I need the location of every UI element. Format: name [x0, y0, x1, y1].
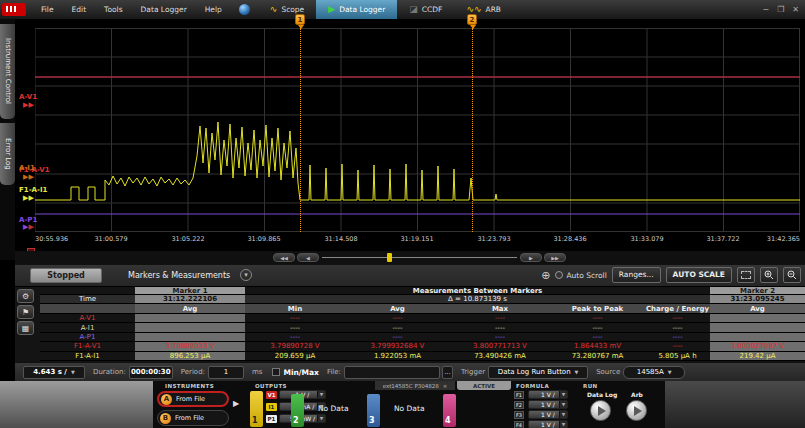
- a-p1-pointer-icon[interactable]: ▶▶: [23, 224, 34, 231]
- instrument-a-button[interactable]: A From File: [157, 391, 229, 407]
- cell-max: ----: [450, 323, 550, 331]
- formula-f2-dropdown[interactable]: 1 V /▼: [528, 400, 568, 409]
- cell-p2p: ----: [550, 333, 645, 341]
- browse-button[interactable]: ...: [442, 366, 453, 379]
- zoom-in-button[interactable]: [760, 267, 778, 283]
- measurements-table: Marker 1 Measurements Between Markers Ma…: [40, 287, 805, 362]
- tab-scope[interactable]: ∿ Scope: [258, 0, 316, 19]
- marker1-line[interactable]: [300, 28, 301, 232]
- trace-label-a-v1[interactable]: A-V1: [19, 93, 37, 101]
- formula-f1-badge[interactable]: F1: [514, 391, 524, 399]
- trace-label-f1-a-i1[interactable]: F1-A-I1: [19, 186, 47, 194]
- menu-help[interactable]: Help: [196, 5, 231, 14]
- file-label: File:: [327, 368, 341, 376]
- formula-f3-badge[interactable]: F3: [514, 411, 524, 419]
- benchvue-icon[interactable]: [239, 4, 250, 15]
- channel1-v-badge: V1: [266, 391, 277, 399]
- tab-arb[interactable]: ∿∿ ARB: [454, 0, 513, 19]
- auto-scale-button[interactable]: AUTO SCALE: [666, 267, 732, 283]
- pan-first-button[interactable]: ◀◀: [273, 253, 295, 262]
- x-tick: 31:28.436: [553, 235, 586, 243]
- duration-field[interactable]: 000:00:30: [129, 366, 173, 379]
- sidebar-tab-error-log[interactable]: Error Log: [0, 123, 15, 185]
- x-tick: 31:09.865: [247, 235, 280, 243]
- chevron-down-icon[interactable]: ▾: [240, 269, 252, 281]
- zoom-box-button[interactable]: [737, 267, 755, 283]
- datalog-play-button[interactable]: [590, 400, 611, 421]
- instrument-b-label: From File: [175, 414, 204, 422]
- pan-next-button[interactable]: ▶: [520, 253, 542, 262]
- arb-run-label: Arb: [631, 391, 643, 398]
- formula-f4-badge[interactable]: F4: [514, 421, 524, 428]
- auto-scroll-toggle[interactable]: Auto Scroll: [555, 271, 606, 280]
- charge-energy-header: Charge / Energy: [645, 304, 710, 313]
- file-field[interactable]: [344, 366, 440, 379]
- menu-file[interactable]: File: [32, 5, 63, 14]
- tools-icon[interactable]: ⚙: [17, 289, 34, 303]
- marker2-line[interactable]: [472, 28, 473, 232]
- table-row-a-i1[interactable]: A-I1 ---- ---- ---- ---- ----: [40, 323, 805, 332]
- bottom-strip: INSTRUMENTS A From File B From File ▶ OU…: [0, 381, 805, 428]
- datalog-file-tab[interactable]: ext14585C P304828 ×: [375, 381, 455, 390]
- marker2-handle[interactable]: 2: [467, 14, 477, 25]
- maximize-button[interactable]: ❐: [777, 5, 784, 14]
- trace-label-a-i1[interactable]: A-I1: [19, 164, 35, 172]
- panel-filler: [665, 381, 805, 428]
- crosshair-icon[interactable]: ⊕: [541, 269, 550, 282]
- plot-region[interactable]: 1 2: [35, 28, 800, 232]
- formula-f2-badge[interactable]: F2: [514, 401, 524, 409]
- pan-thumb[interactable]: [387, 253, 392, 262]
- timebase-dropdown[interactable]: 4.643 s /▼: [23, 366, 85, 379]
- menu-data-logger[interactable]: Data Logger: [132, 5, 196, 14]
- channel1-i-badge: I1: [266, 403, 277, 411]
- cell-max: ----: [450, 314, 550, 322]
- period-field[interactable]: 1: [208, 366, 244, 379]
- transport-bar: Stopped Markers & Measurements ▾ ⊕ Auto …: [15, 264, 805, 286]
- menu-tools[interactable]: Tools: [95, 5, 131, 14]
- cell-m1: [135, 323, 245, 331]
- minmax-checkbox[interactable]: [272, 368, 280, 376]
- stopped-button[interactable]: Stopped: [30, 268, 102, 283]
- expand-arrow-icon[interactable]: ▶: [233, 399, 239, 408]
- source-dropdown[interactable]: 14585A▼: [623, 366, 685, 379]
- close-button[interactable]: ✕: [792, 5, 799, 14]
- auto-scroll-icon: [555, 271, 563, 279]
- pan-last-button[interactable]: ▶▶: [544, 253, 566, 262]
- pan-track[interactable]: [322, 257, 517, 258]
- table-row-f1-a-i1[interactable]: F1-A-I1 896.253 µA 209.659 µA 1.922053 m…: [40, 352, 805, 361]
- tab-data-logger[interactable]: ▶ Data Logger: [316, 0, 397, 19]
- marker1-handle[interactable]: 1: [295, 14, 305, 25]
- tab-ccdf[interactable]: ◪ CCDF: [397, 0, 454, 19]
- time-label: Time: [40, 295, 135, 303]
- instrument-b-button[interactable]: B From File: [157, 410, 229, 426]
- active-tab[interactable]: ACTIVE: [457, 381, 511, 390]
- pan-prev-button[interactable]: ◀: [297, 253, 319, 262]
- x-tick: 31:37.722: [706, 235, 739, 243]
- table-row-a-v1[interactable]: A-V1 ---- ---- ---- ---- ----: [40, 314, 805, 323]
- formula-f3-dropdown[interactable]: 1 V /▼: [528, 410, 568, 419]
- cell-min: 209.659 µA: [245, 352, 345, 360]
- a-v1-pointer-icon[interactable]: ▶▶: [23, 102, 34, 109]
- table-row-f1-a-v1[interactable]: F1-A-V1 3.79889033 V 3.79890728 V 3.7999…: [40, 342, 805, 351]
- markers-icon[interactable]: ⚑: [17, 305, 34, 319]
- ranges-button[interactable]: Ranges...: [612, 267, 661, 283]
- table-row-a-p1[interactable]: A-P1 ---- ---- ---- ---- ----: [40, 333, 805, 342]
- sidebar-tab-instrument-control[interactable]: Instrument Control: [0, 24, 15, 119]
- grid-view-icon[interactable]: ▦: [17, 321, 34, 335]
- play-icon: [634, 406, 642, 416]
- formula-f1-dropdown[interactable]: 1 V /▼: [528, 390, 568, 399]
- formula-header: FORMULA: [516, 383, 549, 389]
- formula-f4-dropdown[interactable]: 1 V /▼: [528, 420, 568, 428]
- arb-play-button[interactable]: [626, 400, 647, 421]
- cell-charge: ----: [645, 333, 710, 341]
- zoom-out-button[interactable]: [783, 267, 801, 283]
- trigger-dropdown[interactable]: Data Log Run Button▼: [488, 366, 588, 379]
- minimize-button[interactable]: −: [762, 5, 769, 14]
- a-i1-pointer-icon[interactable]: ▶▶: [23, 174, 34, 181]
- run-header: RUN: [583, 383, 598, 389]
- f1-a-i1-pointer-icon[interactable]: ▶▶: [23, 195, 34, 202]
- cell-charge: 5.805 µA h: [645, 352, 710, 360]
- close-icon[interactable]: ×: [443, 383, 448, 389]
- menu-edit[interactable]: Edit: [63, 5, 96, 14]
- active-tab-label: ACTIVE: [473, 383, 495, 389]
